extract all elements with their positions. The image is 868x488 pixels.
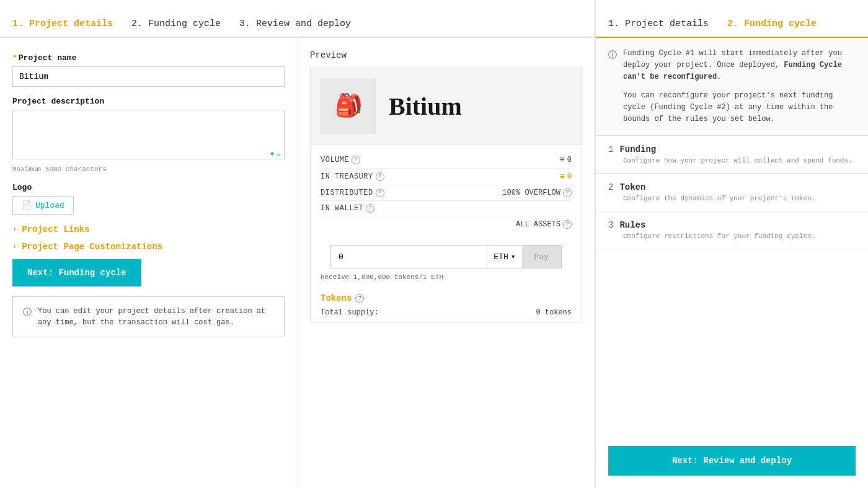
step-3-label: 3. Review and deploy: [239, 19, 351, 29]
stat-row-wallet: IN WALLET ?: [321, 201, 572, 216]
step-2-right[interactable]: 2. Funding cycle: [727, 19, 817, 29]
treasury-help-icon[interactable]: ?: [376, 172, 384, 181]
project-name-input[interactable]: [12, 66, 285, 87]
preview-section: Preview 🎒 Bitium VOLUME: [298, 38, 595, 488]
sidebar-item-rules-desc: Configure restrictions for your funding …: [623, 233, 856, 240]
info-box: ⓘ You can edit your project details afte…: [12, 296, 285, 337]
upload-icon: 📄: [22, 200, 32, 210]
sidebar-item-rules-number: 3: [608, 220, 613, 230]
eth-dropdown[interactable]: ETH ▾: [487, 246, 521, 268]
wallet-help-icon[interactable]: ?: [366, 204, 374, 213]
sidebar-item-rules[interactable]: 3 Rules Configure restrictions for your …: [596, 211, 868, 249]
next-funding-cycle-button[interactable]: Next: Funding cycle: [12, 259, 141, 286]
preview-label: Preview: [310, 50, 582, 60]
logo-section: Logo 📄 Upload: [12, 183, 285, 215]
tokens-help-icon[interactable]: ?: [355, 294, 364, 303]
project-logo-image: 🎒: [335, 92, 363, 120]
page-customizations-label: Project Page Customizations: [22, 242, 162, 252]
project-desc-label: Project description: [12, 97, 285, 106]
stat-value-distributed: 100% OVERFLOW ?: [502, 189, 572, 197]
project-desc-field: Project description ● ✏ Maximum 5000 cha…: [12, 97, 285, 173]
step-3-left[interactable]: 3. Review and deploy: [239, 19, 370, 29]
list-icon-treasury: ≡: [559, 172, 564, 182]
stat-value-treasury: ≡ 0: [559, 172, 572, 182]
sidebar-item-funding-header: 1 Funding: [608, 144, 856, 154]
right-panel: 1. Project details 2. Funding cycle ⓘ Fu…: [595, 0, 868, 488]
stat-label-treasury: IN TREASURY ?: [321, 172, 384, 181]
pay-button[interactable]: Pay: [522, 246, 561, 268]
sidebar-item-token-header: 2 Token: [608, 182, 856, 192]
char-limit: Maximum 5000 characters: [12, 166, 285, 173]
project-links-label: Project Links: [22, 224, 89, 234]
sidebar-item-token-title: Token: [619, 182, 645, 192]
main-content: *Project name Project description ● ✏ Ma…: [0, 38, 595, 488]
stat-row-volume: VOLUME ? ≡ 0: [321, 152, 572, 169]
textarea-wrapper: ● ✏: [12, 110, 285, 162]
sidebar-item-token[interactable]: 2 Token Configure the dynamics of your p…: [596, 174, 868, 211]
tokens-section: Tokens ? Total supply: 0 tokens: [311, 288, 582, 322]
next-review-deploy-button[interactable]: Next: Review and deploy: [608, 446, 856, 476]
logo-label: Logo: [12, 183, 285, 192]
project-links-section[interactable]: › Project Links: [12, 224, 285, 234]
stats-table: VOLUME ? ≡ 0 IN TREASURY ?: [311, 144, 582, 240]
step-1-right-label: 1. Project details: [608, 19, 709, 29]
project-preview-card: 🎒 Bitium VOLUME ? ≡: [310, 68, 582, 322]
step-1-left[interactable]: 1. Project details: [12, 19, 131, 29]
stepper-right: 1. Project details 2. Funding cycle: [596, 0, 868, 38]
sidebar-item-rules-header: 3 Rules: [608, 220, 856, 230]
stepper-left: 1. Project details 2. Funding cycle 3. R…: [0, 0, 595, 38]
fc-text-2: .: [717, 73, 721, 81]
sidebar-items: 1 Funding Configure how your project wil…: [596, 136, 868, 433]
pay-row: ETH ▾ Pay: [330, 245, 562, 268]
volume-help-icon[interactable]: ?: [352, 156, 360, 164]
project-header: 🎒 Bitium: [311, 68, 582, 144]
sidebar-item-funding-desc: Configure how your project will collect …: [623, 157, 856, 164]
stat-label-wallet: IN WALLET ?: [321, 204, 374, 213]
all-assets-row: ALL ASSETS ?: [321, 216, 572, 233]
dropdown-arrow-icon: ▾: [511, 252, 516, 262]
edit-icon: ✏: [277, 150, 281, 158]
project-name-field: *Project name: [12, 53, 285, 97]
tokens-header: Tokens ?: [321, 293, 572, 303]
required-star: *: [12, 53, 17, 63]
chevron-right-icon: ›: [12, 225, 17, 234]
form-section: *Project name Project description ● ✏ Ma…: [0, 38, 298, 488]
step-1-right[interactable]: 1. Project details: [608, 19, 709, 29]
step-1-label: 1. Project details: [12, 19, 113, 29]
fc-info-box: ⓘ Funding Cycle #1 will start immediatel…: [596, 38, 868, 136]
stat-label-distributed: DISTRIBUTED ?: [321, 189, 384, 197]
info-circle-icon: ⓘ: [23, 306, 32, 319]
sidebar-item-funding[interactable]: 1 Funding Configure how your project wil…: [596, 136, 868, 174]
project-logo: 🎒: [321, 78, 376, 134]
pay-input[interactable]: [331, 246, 487, 268]
list-icon-volume: ≡: [559, 155, 564, 165]
chevron-right-icon-2: ›: [12, 242, 17, 251]
left-panel: 1. Project details 2. Funding cycle 3. R…: [0, 0, 595, 488]
project-title: Bitium: [389, 92, 462, 121]
info-text: You can edit your project details after …: [38, 306, 274, 328]
sidebar-item-funding-number: 1: [608, 144, 613, 154]
step-2-label: 2. Funding cycle: [131, 19, 221, 29]
fc-info-icon: ⓘ: [608, 48, 617, 125]
stat-label-volume: VOLUME ?: [321, 156, 360, 164]
all-assets-link[interactable]: ALL ASSETS ?: [516, 220, 572, 229]
page-customizations-section[interactable]: › Project Page Customizations: [12, 242, 285, 252]
step-2-right-label: 2. Funding cycle: [727, 19, 817, 29]
fc-text-3: You can reconfigure your project's next …: [623, 91, 833, 123]
upload-button[interactable]: 📄 Upload: [12, 196, 74, 215]
sidebar-item-rules-title: Rules: [619, 220, 645, 230]
stat-value-volume: ≡ 0: [559, 155, 572, 165]
bullet-icon: ●: [270, 150, 275, 158]
project-desc-input[interactable]: [12, 110, 285, 159]
all-assets-help-icon[interactable]: ?: [563, 220, 572, 229]
stat-row-treasury: IN TREASURY ? ≡ 0: [321, 169, 572, 185]
textarea-icons: ● ✏: [270, 150, 281, 158]
overflow-help-icon[interactable]: ?: [563, 189, 572, 197]
receive-text: Receive 1,000,000 tokens/1 ETH: [321, 273, 572, 281]
distributed-help-icon[interactable]: ?: [376, 189, 384, 197]
step-2-left[interactable]: 2. Funding cycle: [131, 19, 239, 29]
tokens-row: Total supply: 0 tokens: [321, 308, 572, 317]
fc-info-text: Funding Cycle #1 will start immediately …: [623, 48, 856, 125]
project-name-label: *Project name: [12, 53, 285, 63]
sidebar-item-funding-title: Funding: [619, 144, 656, 154]
